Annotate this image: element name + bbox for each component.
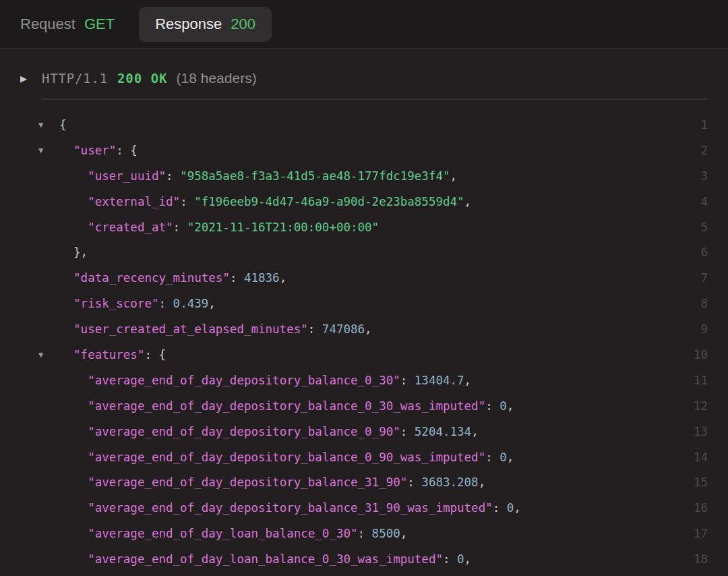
token-punct: ,: [450, 169, 458, 183]
token-key: "features": [73, 348, 144, 362]
line-number: 10: [694, 343, 708, 368]
token-key: "external_id": [88, 195, 180, 208]
json-line-content: "user": {: [59, 138, 138, 164]
json-line-content: "average_end_of_day_depository_balance_0…: [59, 420, 479, 445]
token-punct: },: [73, 246, 88, 259]
json-line-content: "created_at": "2021-11-16T21:00:00+00:00…: [59, 215, 379, 241]
token-key: "average_end_of_day_loan_balance_0_30_wa…: [88, 552, 443, 566]
token-punct: : {: [116, 144, 138, 157]
json-line: "external_id": "f196eeb9-4d47-46a9-a90d-…: [0, 190, 728, 215]
line-number: 12: [694, 394, 708, 420]
json-line-content: },: [59, 240, 88, 266]
token-key: "average_end_of_day_depository_balance_3…: [88, 476, 407, 489]
token-punct: :: [166, 169, 180, 183]
json-line: ▼ "user": {2: [0, 138, 728, 164]
line-number: 16: [694, 496, 708, 521]
token-punct: ,: [464, 552, 472, 566]
line-number: 15: [694, 470, 708, 496]
token-punct: :: [159, 297, 173, 310]
line-number: 5: [700, 215, 708, 241]
token-num: 13404.7: [415, 374, 464, 387]
token-num: 0: [499, 399, 507, 413]
json-line: "average_end_of_day_depository_balance_3…: [0, 470, 728, 496]
json-viewer: ▼{1▼ "user": {2 "user_uuid": "958a5ae8-f…: [0, 113, 728, 573]
token-num: 41836: [244, 271, 280, 285]
json-line-content: "user_uuid": "958a5ae8-f3a3-41d5-ae48-17…: [59, 164, 457, 190]
headers-count: (18 headers): [177, 70, 257, 86]
token-key: "average_end_of_day_loan_balance_0_30": [88, 527, 357, 540]
token-punct: :: [400, 374, 415, 387]
token-punct: :: [180, 195, 194, 208]
token-punct: :: [173, 221, 187, 234]
header-separator: [42, 98, 707, 100]
token-key: "user_created_at_elapsed_minutes": [73, 322, 308, 336]
json-line: "average_end_of_day_depository_balance_3…: [0, 496, 728, 521]
json-line-content: {: [59, 113, 67, 138]
token-key: "average_end_of_day_depository_balance_3…: [88, 501, 493, 515]
token-num: 0: [507, 501, 514, 515]
line-number: 6: [700, 240, 708, 266]
token-punct: ,: [471, 425, 479, 438]
token-punct: :: [493, 501, 507, 515]
collapse-arrow-icon[interactable]: ▼: [38, 343, 43, 368]
tab-response[interactable]: Response 200: [139, 7, 272, 42]
line-number: 7: [700, 266, 708, 291]
line-number: 14: [694, 445, 708, 471]
json-line-content: "average_end_of_day_depository_balance_0…: [59, 368, 471, 394]
json-line-content: "features": {: [59, 343, 166, 368]
json-line: "data_recency_minutes": 41836,7: [0, 266, 728, 291]
json-line-content: "external_id": "f196eeb9-4d47-46a9-a90d-…: [59, 190, 471, 215]
token-str: "2021-11-16T21:00:00+00:00": [187, 221, 379, 234]
http-status-line: ▶ HTTP/1.1 200 OK (18 headers): [0, 66, 728, 90]
token-num: 747086: [322, 322, 365, 336]
token-punct: :: [358, 527, 372, 540]
http-protocol: HTTP/1.1: [42, 71, 108, 86]
json-line: "average_end_of_day_loan_balance_0_30": …: [0, 521, 728, 547]
collapse-arrow-icon[interactable]: ▼: [38, 113, 43, 138]
token-punct: : {: [144, 348, 166, 362]
line-number: 13: [694, 420, 708, 445]
token-num: 0.439: [173, 297, 209, 310]
line-number: 9: [700, 317, 708, 343]
token-punct: ,: [479, 476, 486, 489]
token-punct: :: [485, 399, 499, 413]
token-key: "average_end_of_day_depository_balance_0…: [88, 451, 485, 464]
json-line-content: "average_end_of_day_loan_balance_0_30": …: [59, 521, 407, 547]
token-punct: ,: [464, 195, 472, 208]
token-key: "user": [73, 144, 116, 157]
json-line: },6: [0, 240, 728, 266]
line-number: 11: [694, 368, 708, 394]
token-punct: ,: [464, 374, 472, 387]
json-line-content: "risk_score": 0.439,: [59, 291, 216, 317]
json-line: "created_at": "2021-11-16T21:00:00+00:00…: [0, 215, 728, 241]
token-num: 0: [499, 451, 507, 464]
json-line: ▼ "features": {10: [0, 343, 728, 368]
request-tab-label: Request: [20, 16, 75, 33]
token-punct: :: [400, 425, 415, 438]
line-number: 8: [700, 291, 708, 317]
token-key: "average_end_of_day_depository_balance_0…: [88, 374, 400, 387]
response-panel: ▶ HTTP/1.1 200 OK (18 headers) ▼{1▼ "use…: [0, 49, 728, 575]
tab-request[interactable]: Request GET: [20, 16, 115, 33]
json-line: "user_created_at_elapsed_minutes": 74708…: [0, 317, 728, 343]
token-key: "data_recency_minutes": [73, 271, 230, 285]
token-punct: ,: [507, 451, 514, 464]
token-punct: ,: [507, 399, 514, 413]
headers-expand-icon[interactable]: ▶: [20, 74, 42, 84]
token-key: "created_at": [88, 221, 173, 234]
token-punct: ,: [280, 271, 287, 285]
token-num: 5204.134: [415, 425, 471, 438]
token-punct: :: [443, 552, 457, 566]
token-str: "958a5ae8-f3a3-41d5-ae48-177fdc19e3f4": [180, 169, 450, 183]
json-line-content: "average_end_of_day_depository_balance_3…: [59, 496, 521, 521]
token-key: "risk_score": [73, 297, 158, 310]
collapse-arrow-icon[interactable]: ▼: [38, 138, 43, 164]
json-line: ▼{1: [0, 113, 728, 138]
token-punct: :: [308, 322, 322, 336]
json-line-content: "user_created_at_elapsed_minutes": 74708…: [59, 317, 372, 343]
request-method-badge: GET: [84, 16, 115, 33]
json-line: "average_end_of_day_depository_balance_0…: [0, 394, 728, 420]
json-line-content: "average_end_of_day_loan_balance_0_30_wa…: [59, 547, 471, 573]
json-line-content: "data_recency_minutes": 41836,: [59, 266, 286, 291]
json-line-content: "average_end_of_day_depository_balance_0…: [59, 445, 514, 471]
